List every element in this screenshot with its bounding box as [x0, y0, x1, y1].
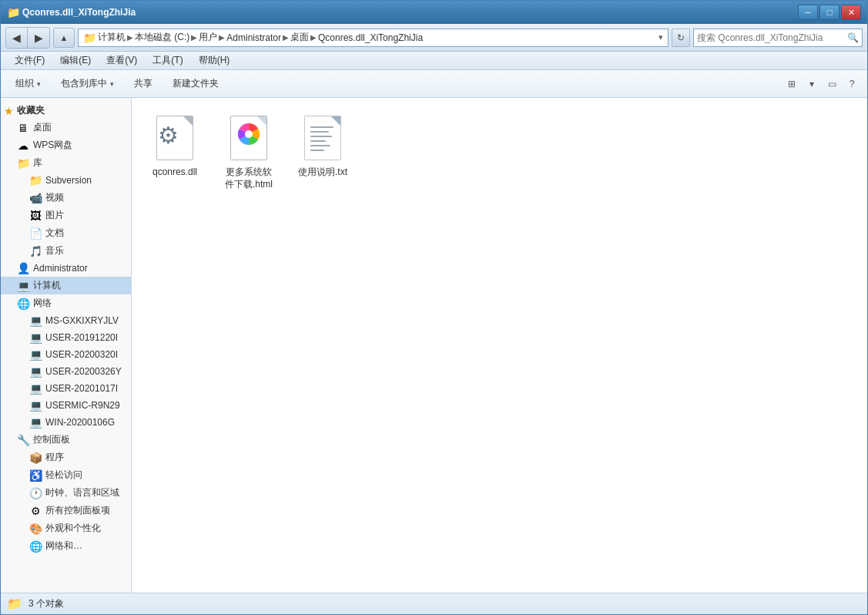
clock-icon: 🕐: [28, 487, 42, 499]
file-label-txt: 使用说明.txt: [298, 166, 347, 179]
user1-icon: 💻: [28, 331, 42, 344]
txt-line-6: [310, 150, 324, 151]
forward-button[interactable]: ▶: [28, 28, 49, 48]
sidebar-item-programs[interactable]: 📦 程序: [1, 449, 131, 466]
up-button[interactable]: ▲: [53, 28, 75, 48]
menu-tools[interactable]: 工具(T): [145, 52, 190, 69]
sidebar-label-user4: USER-20201017I: [45, 383, 118, 394]
sidebar-item-usermic[interactable]: 💻 USERMIC-R9N29: [1, 397, 131, 414]
sidebar-item-allpanel[interactable]: ⚙ 所有控制面板项: [1, 502, 131, 519]
sidebar-item-network2[interactable]: 🌐 网络和…: [1, 537, 131, 555]
favorites-section[interactable]: ★ 收藏夹: [1, 101, 131, 119]
sidebar-label-accessibility: 轻松访问: [45, 469, 82, 482]
ms-computer-icon: 💻: [28, 314, 42, 327]
sidebar-item-subversion[interactable]: 📁 Subversion: [1, 172, 131, 189]
include-dropdown-icon: ▾: [110, 80, 114, 88]
sidebar-item-controlpanel[interactable]: 🔧 控制面板: [1, 431, 131, 449]
details-pane-button[interactable]: ▭: [823, 75, 841, 93]
sidebar-item-administrator[interactable]: 👤 Administrator: [1, 260, 131, 277]
organize-label: 组织: [15, 77, 34, 90]
administrator-icon: 👤: [16, 262, 30, 274]
window-title: Qconres.dll_XiTongZhiJia: [22, 7, 136, 18]
user3-icon: 💻: [28, 365, 42, 378]
include-in-library-button[interactable]: 包含到库中 ▾: [52, 73, 122, 95]
address-dropdown-icon[interactable]: ▾: [659, 32, 663, 42]
sidebar-label-controlpanel: 控制面板: [33, 433, 70, 446]
maximize-button[interactable]: □: [819, 5, 840, 20]
sidebar-label-user3: USER-20200326Y: [45, 366, 122, 377]
menu-edit[interactable]: 编辑(E): [52, 52, 99, 69]
gear-overlay-icon: ⚙: [158, 122, 179, 149]
appearance-icon: 🎨: [28, 523, 42, 535]
path-part-4: Administrator: [226, 32, 281, 43]
search-input[interactable]: [697, 32, 844, 43]
sidebar-label-clock: 时钟、语言和区域: [45, 486, 119, 499]
address-box[interactable]: 📁 计算机 ▶ 本地磁盘 (C:) ▶ 用户 ▶ Administrator ▶…: [78, 29, 669, 47]
minimize-button[interactable]: ─: [798, 5, 818, 20]
sidebar-item-accessibility[interactable]: ♿ 轻松访问: [1, 466, 131, 484]
refresh-button[interactable]: ↻: [672, 29, 690, 47]
sidebar-item-desktop[interactable]: 🖥 桌面: [1, 119, 131, 136]
sidebar-label-user1: USER-20191220I: [45, 332, 118, 343]
wps-icon: ☁: [16, 139, 30, 152]
sidebar-label-administrator: Administrator: [33, 263, 88, 274]
file-item-html[interactable]: 更多系统软件下载.html: [218, 110, 280, 194]
sidebar-item-user1[interactable]: 💻 USER-20191220I: [1, 329, 131, 346]
sidebar-item-pictures[interactable]: 🖼 图片: [1, 207, 131, 224]
txt-lines: [310, 126, 333, 151]
sidebar-item-ms[interactable]: 💻 MS-GXKIXRYJLV: [1, 312, 131, 329]
path-arrow-5: ▶: [310, 33, 317, 42]
allpanel-icon: ⚙: [28, 505, 42, 517]
share-button[interactable]: 共享: [126, 73, 161, 95]
user4-icon: 💻: [28, 382, 42, 395]
sidebar-item-network[interactable]: 🌐 网络: [1, 294, 131, 312]
file-item-txt[interactable]: 使用说明.txt: [292, 110, 354, 194]
organize-button[interactable]: 组织 ▾: [7, 73, 49, 95]
view-options-button[interactable]: ⊞: [783, 75, 801, 93]
path-arrow-1: ▶: [127, 33, 133, 42]
sidebar: ★ 收藏夹 🖥 桌面 ☁ WPS网盘 📁 库 📁 Subversion: [1, 98, 132, 593]
view-dropdown-button[interactable]: ▾: [803, 75, 821, 93]
path-folder-icon: 📁: [83, 32, 96, 44]
sidebar-item-clock[interactable]: 🕐 时钟、语言和区域: [1, 484, 131, 502]
sidebar-item-wps[interactable]: ☁ WPS网盘: [1, 136, 131, 154]
menu-view[interactable]: 查看(V): [99, 52, 145, 69]
menu-file[interactable]: 文件(F): [7, 52, 52, 69]
path-part-1: 计算机: [98, 31, 126, 44]
sidebar-label-user2: USER-20200320I: [45, 349, 118, 360]
menu-help[interactable]: 帮助(H): [191, 52, 238, 69]
sidebar-item-computer[interactable]: 💻 计算机: [1, 277, 131, 294]
path-arrow-4: ▶: [283, 33, 289, 42]
sidebar-item-user3[interactable]: 💻 USER-20200326Y: [1, 363, 131, 380]
sidebar-item-appearance[interactable]: 🎨 外观和个性化: [1, 519, 131, 537]
sidebar-label-computer: 计算机: [33, 279, 61, 292]
address-bar-area: ◀ ▶ ▲ 📁 计算机 ▶ 本地磁盘 (C:) ▶ 用户 ▶ Administr…: [1, 24, 867, 52]
sidebar-item-library[interactable]: 📁 库: [1, 154, 131, 172]
sidebar-label-win: WIN-20200106G: [45, 417, 115, 428]
sidebar-item-documents[interactable]: 📄 文档: [1, 224, 131, 242]
path-arrow-3: ▶: [219, 33, 225, 42]
sidebar-label-wps: WPS网盘: [33, 139, 72, 152]
sidebar-label-appearance: 外观和个性化: [45, 522, 101, 535]
sidebar-item-user4[interactable]: 💻 USER-20201017I: [1, 380, 131, 397]
search-box[interactable]: 🔍: [693, 29, 863, 47]
programs-icon: 📦: [28, 452, 42, 464]
sidebar-item-win[interactable]: 💻 WIN-20200106G: [1, 414, 131, 431]
sidebar-item-user2[interactable]: 💻 USER-20200320I: [1, 346, 131, 363]
sidebar-item-music[interactable]: 🎵 音乐: [1, 242, 131, 260]
file-label-html: 更多系统软件下载.html: [222, 166, 276, 190]
network-icon: 🌐: [16, 297, 30, 310]
back-button[interactable]: ◀: [6, 28, 28, 48]
sidebar-label-pictures: 图片: [45, 209, 64, 222]
search-icon: 🔍: [847, 32, 859, 43]
new-folder-label: 新建文件夹: [173, 77, 219, 90]
music-icon: 🎵: [28, 245, 42, 257]
new-folder-button[interactable]: 新建文件夹: [164, 73, 227, 95]
close-button[interactable]: ✕: [841, 5, 861, 20]
file-item-dll[interactable]: ⚙ qconres.dll: [144, 110, 206, 194]
sidebar-item-video[interactable]: 📹 视频: [1, 189, 131, 207]
sidebar-label-programs: 程序: [45, 451, 64, 464]
main-area: ★ 收藏夹 🖥 桌面 ☁ WPS网盘 📁 库 📁 Subversion: [1, 98, 867, 593]
help-button[interactable]: ?: [843, 75, 861, 93]
content-area: ⚙ qconres.dll: [132, 98, 867, 593]
